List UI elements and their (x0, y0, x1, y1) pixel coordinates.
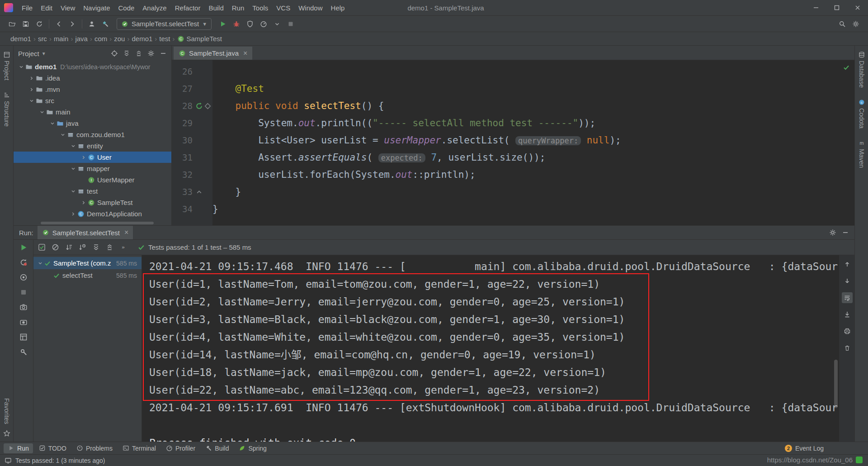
up-button[interactable] (842, 259, 853, 270)
expand-all-button[interactable] (92, 243, 100, 251)
coverage-button[interactable] (243, 18, 257, 30)
sort-duration-button[interactable] (79, 243, 86, 251)
tool-window-button-database[interactable]: Database (858, 51, 865, 88)
maximize-button[interactable] (826, 0, 847, 15)
tool-window-button-terminal[interactable]: Terminal (118, 443, 160, 453)
horizontal-scrollbar[interactable] (41, 222, 154, 224)
close-icon[interactable]: × (243, 50, 247, 57)
breadcrumb-item[interactable]: com (92, 34, 109, 43)
collapse-all-button[interactable] (135, 50, 142, 57)
tool-window-button-run[interactable]: Run (4, 443, 33, 453)
close-icon[interactable]: × (124, 229, 128, 236)
hide-button[interactable] (160, 50, 167, 57)
favorites-star-icon[interactable] (3, 430, 10, 437)
breadcrumb-item[interactable]: test (157, 34, 172, 43)
hide-button[interactable] (842, 229, 849, 236)
tool-window-button-favorites[interactable]: Favorites (3, 398, 10, 424)
clear-button[interactable] (842, 342, 853, 353)
build-hammer-button[interactable] (99, 18, 112, 30)
chevron-down-icon[interactable] (59, 132, 66, 138)
tree-item-mapper[interactable]: mapper (14, 163, 171, 174)
locate-button[interactable] (111, 50, 118, 57)
chevron-right-icon[interactable] (28, 86, 35, 93)
run-panel-tab[interactable]: SampleTest.selectTest × (38, 226, 133, 239)
menu-file[interactable]: File (18, 0, 37, 15)
tree-item-idea[interactable]: .idea (14, 72, 171, 84)
search-button[interactable] (835, 18, 849, 30)
tree-item-test[interactable]: test (14, 185, 171, 197)
debug-button[interactable] (230, 18, 243, 30)
chevron-down-icon[interactable] (28, 98, 35, 104)
sync-button[interactable] (33, 18, 46, 30)
tree-item-demo1application[interactable]: CDemo1Application (14, 208, 171, 219)
tool-window-button-todo[interactable]: TODO (35, 443, 71, 453)
toggle-auto-test-button[interactable] (19, 273, 28, 281)
menu-navigate[interactable]: Navigate (79, 0, 114, 15)
scroll-end-button[interactable] (842, 309, 853, 320)
menu-view[interactable]: View (57, 0, 79, 15)
save-button[interactable] (19, 18, 33, 30)
settings-gear-button[interactable] (849, 18, 863, 30)
rerun-failed-button[interactable] (19, 258, 28, 266)
breadcrumb-item[interactable]: src (36, 34, 49, 43)
tree-item-user[interactable]: CUser (14, 152, 171, 163)
tree-item-usermapper[interactable]: IUserMapper (14, 174, 171, 185)
collapse-all-button[interactable] (106, 243, 113, 251)
test-node-selecttest[interactable]: selectTest585 ms (33, 269, 142, 281)
code-editor[interactable]: 2627 @Test28 public void selectTest() {2… (172, 60, 854, 225)
fold-up-icon[interactable] (195, 188, 203, 196)
snapshot-button[interactable] (19, 318, 28, 326)
run-test-gutter-icon[interactable] (195, 102, 203, 110)
menu-tools[interactable]: Tools (248, 0, 272, 15)
expand-all-button[interactable] (123, 50, 130, 57)
menu-refactor[interactable]: Refactor (171, 0, 205, 15)
chevron-down-icon[interactable] (69, 166, 77, 172)
chevron-down-icon[interactable] (69, 188, 77, 195)
settings-gear-button[interactable] (829, 229, 836, 236)
tree-item-comzoudemo1[interactable]: com.zou.demo1 (14, 129, 171, 140)
menu-build[interactable]: Build (204, 0, 227, 15)
chevron-right-icon[interactable] (80, 200, 87, 206)
breadcrumb-item[interactable]: demo1 (129, 34, 155, 43)
menu-analyze[interactable]: Analyze (138, 0, 170, 15)
run-button[interactable] (216, 18, 230, 30)
stop-button[interactable] (284, 18, 297, 30)
show-passed-button[interactable] (38, 243, 46, 251)
rerun-button[interactable] (19, 243, 28, 252)
console-output[interactable]: 2021-04-21 09:15:17.468 INFO 11476 --- [… (142, 255, 839, 442)
tree-item-entity[interactable]: entity (14, 140, 171, 152)
chevron-down-icon[interactable] (69, 143, 77, 149)
tree-item-java[interactable]: java (14, 118, 171, 129)
project-panel-title[interactable]: Project (18, 50, 39, 57)
chevron-right-icon[interactable] (80, 154, 87, 161)
tree-item-mvn[interactable]: .mvn (14, 84, 171, 95)
tool-window-button-problems[interactable]: Problems (72, 443, 117, 453)
tool-window-button-maven[interactable]: mMaven (858, 139, 865, 168)
more-button[interactable]: » (119, 243, 127, 251)
tool-window-switcher-icon[interactable] (5, 457, 12, 464)
chevron-right-icon[interactable] (28, 75, 35, 81)
restore-layout-button[interactable] (19, 333, 28, 341)
print-button[interactable] (842, 326, 853, 337)
menu-window[interactable]: Window (294, 0, 326, 15)
editor-tab[interactable]: C SampleTest.java × (174, 47, 252, 60)
settings-gear-button[interactable] (147, 50, 155, 57)
breadcrumb-item[interactable]: java (73, 34, 90, 43)
breadcrumb-item[interactable]: demo1 (8, 34, 33, 43)
tool-window-button-profiler[interactable]: Profiler (162, 443, 199, 453)
chevron-down-button[interactable] (270, 18, 284, 30)
show-ignored-button[interactable] (52, 243, 59, 251)
chevron-down-icon[interactable] (36, 260, 44, 266)
menu-code[interactable]: Code (114, 0, 138, 15)
tree-item-main[interactable]: main (14, 106, 171, 118)
menu-edit[interactable]: Edit (37, 0, 57, 15)
run-configuration-select[interactable]: SampleTest.selectTest ▼ (117, 18, 212, 30)
test-node-sampletestcomz[interactable]: SampleTest (com.z585 ms (33, 257, 142, 269)
chevron-down-icon[interactable] (17, 64, 25, 70)
tool-window-button-codota[interactable]: cCodota (858, 99, 865, 128)
event-log-button[interactable]: Event Log (795, 445, 824, 452)
chevron-down-icon[interactable] (48, 120, 56, 127)
minimize-button[interactable] (806, 0, 826, 15)
dump-threads-button[interactable] (19, 303, 28, 311)
chevron-down-icon[interactable]: ▼ (42, 51, 46, 56)
